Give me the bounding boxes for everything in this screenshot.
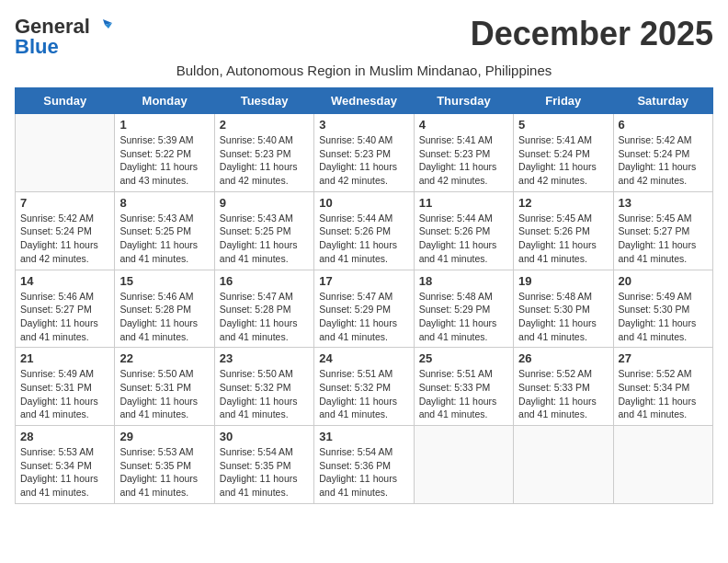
day-info: Sunrise: 5:42 AM Sunset: 5:24 PM Dayligh… (619, 133, 708, 188)
table-row: 10 Sunrise: 5:44 AM Sunset: 5:26 PM Dayl… (314, 191, 414, 270)
calendar-week-row: 28 Sunrise: 5:53 AM Sunset: 5:34 PM Dayl… (16, 426, 713, 504)
sunrise-text: Sunrise: 5:47 AM (319, 291, 392, 302)
day-info: Sunrise: 5:51 AM Sunset: 5:33 PM Dayligh… (419, 367, 508, 421)
sunset-text: Sunset: 5:24 PM (518, 148, 590, 159)
sunrise-text: Sunrise: 5:46 AM (20, 291, 94, 302)
daylight-text: Daylight: 11 hours and 41 minutes. (518, 239, 597, 264)
daylight-text: Daylight: 11 hours and 41 minutes. (119, 317, 198, 342)
table-row: 7 Sunrise: 5:42 AM Sunset: 5:24 PM Dayli… (16, 191, 115, 270)
sunset-text: Sunset: 5:31 PM (20, 382, 92, 393)
table-row: 13 Sunrise: 5:45 AM Sunset: 5:27 PM Dayl… (613, 191, 712, 270)
sunrise-text: Sunrise: 5:44 AM (419, 213, 493, 224)
daylight-text: Daylight: 11 hours and 41 minutes. (619, 396, 697, 420)
sunset-text: Sunset: 5:26 PM (518, 225, 590, 236)
calendar-week-row: 1 Sunrise: 5:39 AM Sunset: 5:22 PM Dayli… (16, 114, 713, 192)
daylight-text: Daylight: 11 hours and 41 minutes. (220, 239, 298, 264)
logo-bird-icon (92, 16, 112, 36)
daylight-text: Daylight: 11 hours and 41 minutes. (419, 396, 497, 420)
day-number: 3 (319, 118, 408, 132)
day-number: 25 (419, 351, 508, 365)
day-info: Sunrise: 5:45 AM Sunset: 5:26 PM Dayligh… (518, 212, 608, 266)
sunrise-text: Sunrise: 5:43 AM (119, 213, 193, 224)
day-number: 19 (518, 274, 608, 288)
day-info: Sunrise: 5:50 AM Sunset: 5:32 PM Dayligh… (220, 367, 309, 421)
daylight-text: Daylight: 11 hours and 41 minutes. (518, 396, 597, 420)
logo-blue: Blue (15, 35, 59, 59)
day-number: 20 (619, 274, 708, 288)
day-info: Sunrise: 5:49 AM Sunset: 5:30 PM Dayligh… (619, 290, 708, 344)
day-info: Sunrise: 5:43 AM Sunset: 5:25 PM Dayligh… (220, 212, 309, 266)
sunset-text: Sunset: 5:27 PM (20, 304, 92, 315)
daylight-text: Daylight: 11 hours and 42 minutes. (619, 161, 697, 186)
day-info: Sunrise: 5:44 AM Sunset: 5:26 PM Dayligh… (319, 212, 408, 266)
day-number: 21 (20, 351, 109, 365)
sunrise-text: Sunrise: 5:51 AM (419, 368, 493, 379)
weekday-header-row: Sunday Monday Tuesday Wednesday Thursday… (16, 88, 713, 114)
logo: General Blue (15, 15, 112, 59)
calendar-subtitle: Buldon, Autonomous Region in Muslim Mind… (15, 63, 713, 78)
sunrise-text: Sunrise: 5:50 AM (220, 368, 293, 379)
sunset-text: Sunset: 5:33 PM (518, 382, 590, 393)
day-info: Sunrise: 5:40 AM Sunset: 5:23 PM Dayligh… (220, 133, 309, 188)
month-title: December 2025 (471, 15, 713, 53)
sunrise-text: Sunrise: 5:43 AM (220, 213, 293, 224)
header-monday: Monday (115, 88, 214, 114)
sunrise-text: Sunrise: 5:42 AM (619, 134, 692, 145)
sunset-text: Sunset: 5:24 PM (619, 148, 690, 159)
sunset-text: Sunset: 5:31 PM (119, 382, 191, 393)
day-number: 18 (419, 274, 508, 288)
table-row: 14 Sunrise: 5:46 AM Sunset: 5:27 PM Dayl… (16, 270, 115, 348)
page-header: General Blue December 2025 (15, 15, 713, 59)
sunrise-text: Sunrise: 5:45 AM (619, 213, 692, 224)
sunrise-text: Sunrise: 5:42 AM (20, 213, 94, 224)
daylight-text: Daylight: 11 hours and 41 minutes. (119, 239, 198, 264)
day-number: 12 (518, 196, 608, 210)
sunset-text: Sunset: 5:30 PM (518, 304, 590, 315)
sunrise-text: Sunrise: 5:54 AM (220, 446, 293, 457)
day-number: 22 (119, 351, 209, 365)
sunrise-text: Sunrise: 5:53 AM (20, 446, 94, 457)
daylight-text: Daylight: 11 hours and 41 minutes. (220, 473, 298, 498)
sunrise-text: Sunrise: 5:39 AM (119, 134, 193, 145)
sunrise-text: Sunrise: 5:45 AM (518, 213, 592, 224)
table-row: 6 Sunrise: 5:42 AM Sunset: 5:24 PM Dayli… (613, 114, 712, 192)
daylight-text: Daylight: 11 hours and 41 minutes. (419, 317, 497, 342)
table-row: 15 Sunrise: 5:46 AM Sunset: 5:28 PM Dayl… (115, 270, 214, 348)
sunset-text: Sunset: 5:23 PM (419, 148, 491, 159)
daylight-text: Daylight: 11 hours and 41 minutes. (119, 473, 198, 498)
sunset-text: Sunset: 5:29 PM (419, 304, 491, 315)
day-info: Sunrise: 5:48 AM Sunset: 5:30 PM Dayligh… (518, 290, 608, 344)
sunset-text: Sunset: 5:24 PM (20, 225, 92, 236)
sunrise-text: Sunrise: 5:51 AM (319, 368, 392, 379)
table-row: 2 Sunrise: 5:40 AM Sunset: 5:23 PM Dayli… (214, 114, 313, 192)
day-number: 23 (220, 351, 309, 365)
table-row (514, 426, 613, 504)
table-row: 9 Sunrise: 5:43 AM Sunset: 5:25 PM Dayli… (214, 191, 313, 270)
sunset-text: Sunset: 5:35 PM (119, 460, 191, 471)
day-number: 26 (518, 351, 608, 365)
sunset-text: Sunset: 5:23 PM (319, 148, 391, 159)
table-row: 28 Sunrise: 5:53 AM Sunset: 5:34 PM Dayl… (16, 426, 115, 504)
day-number: 4 (419, 118, 508, 132)
day-info: Sunrise: 5:45 AM Sunset: 5:27 PM Dayligh… (619, 212, 708, 266)
day-number: 6 (619, 118, 708, 132)
day-info: Sunrise: 5:54 AM Sunset: 5:36 PM Dayligh… (319, 445, 408, 500)
header-friday: Friday (514, 88, 613, 114)
day-info: Sunrise: 5:47 AM Sunset: 5:29 PM Dayligh… (319, 290, 408, 344)
day-info: Sunrise: 5:53 AM Sunset: 5:34 PM Dayligh… (20, 445, 109, 500)
daylight-text: Daylight: 11 hours and 41 minutes. (619, 317, 697, 342)
day-number: 28 (20, 430, 109, 443)
day-info: Sunrise: 5:51 AM Sunset: 5:32 PM Dayligh… (319, 367, 408, 421)
table-row: 25 Sunrise: 5:51 AM Sunset: 5:33 PM Dayl… (414, 348, 513, 426)
daylight-text: Daylight: 11 hours and 41 minutes. (20, 317, 98, 342)
daylight-text: Daylight: 11 hours and 41 minutes. (220, 396, 298, 420)
header-saturday: Saturday (613, 88, 712, 114)
day-number: 10 (319, 196, 408, 210)
table-row: 12 Sunrise: 5:45 AM Sunset: 5:26 PM Dayl… (514, 191, 613, 270)
table-row: 16 Sunrise: 5:47 AM Sunset: 5:28 PM Dayl… (214, 270, 313, 348)
table-row: 23 Sunrise: 5:50 AM Sunset: 5:32 PM Dayl… (214, 348, 313, 426)
table-row: 30 Sunrise: 5:54 AM Sunset: 5:35 PM Dayl… (214, 426, 313, 504)
sunrise-text: Sunrise: 5:48 AM (419, 291, 493, 302)
day-number: 13 (619, 196, 708, 210)
sunrise-text: Sunrise: 5:49 AM (20, 368, 94, 379)
